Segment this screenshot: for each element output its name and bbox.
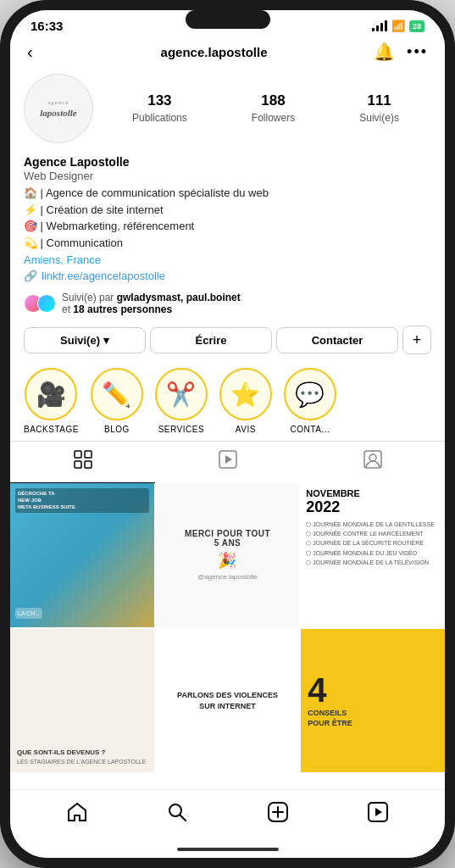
highlight-backstage[interactable]: 🎥 BACKSTAGE [24, 368, 79, 434]
stat-followers: 188 Followers [252, 92, 295, 125]
content-scroll[interactable]: agence lapostolle 133 Publications 188 F… [10, 67, 445, 789]
highlight-label-backstage: BACKSTAGE [24, 425, 79, 434]
followed-avatars [24, 294, 56, 313]
status-icons: 📶 28 [372, 19, 424, 32]
highlight-label-contact: CONTA... [291, 425, 330, 434]
follow-button-label: Suivi(e) [60, 334, 100, 347]
grid-item-3[interactable]: NOVEMBRE 2022 ⬡ JOURNÉE MONDIALE DE LA G… [301, 483, 445, 627]
party-emoji: 🎉 [218, 551, 236, 570]
posts-grid: DÉCROCHE TANEW JOBMETA BUSINESS SUITE LA… [10, 483, 445, 772]
grid-item-3-year: 2022 [306, 498, 440, 516]
notification-bell-icon[interactable]: 🔔 [374, 42, 395, 62]
link-icon: 🔗 [24, 270, 37, 282]
content-tabs [10, 441, 445, 483]
svg-marker-5 [225, 455, 232, 464]
stats-row: 133 Publications 188 Followers 111 Suivi… [100, 92, 431, 125]
signal-bars [372, 20, 387, 31]
tab-reels[interactable] [155, 442, 300, 483]
grid-item-2-handle: @agence.lapostolle [197, 573, 257, 581]
bio-line-1: 🏠 | Agence de communication spécialiste … [24, 185, 431, 202]
create-nav-button[interactable] [259, 797, 297, 827]
svg-rect-0 [75, 451, 81, 458]
publications-label: Publications [132, 112, 187, 124]
profile-subtitle: Web Designer [24, 170, 431, 182]
home-nav-button[interactable] [58, 797, 96, 827]
nav-right: 🔔 ••• [374, 42, 428, 62]
grid-icon [74, 450, 92, 474]
highlight-services[interactable]: ✂️ SERVICES [155, 368, 208, 434]
message-button[interactable]: Écrire [150, 327, 272, 353]
followed-by: Suivi(e) par gwladysmast, paul.boinetet … [10, 287, 445, 320]
profile-header: agence lapostolle 133 Publications 188 F… [10, 67, 445, 155]
grid-item-3-month: NOVEMBRE [306, 488, 440, 498]
wifi-icon: 📶 [391, 19, 405, 32]
grid-item-6[interactable]: 4 CONSEILSPOUR ÊTRE [301, 629, 445, 773]
svg-rect-2 [75, 461, 81, 468]
highlight-blog[interactable]: ✏️ BLOG [91, 368, 143, 434]
highlight-circle-contact: 💬 [284, 368, 336, 420]
followed-by-text: Suivi(e) par gwladysmast, paul.boinetet … [62, 292, 241, 315]
bio-section: Agence Lapostolle Web Designer 🏠 | Agenc… [10, 155, 445, 287]
bio-location: Amiens, France [24, 253, 431, 266]
following-label: Suivi(e)s [359, 112, 399, 124]
avatar: agence lapostolle [24, 74, 93, 143]
home-bar [177, 848, 279, 851]
profile-name: Agence Lapostolle [24, 155, 431, 169]
search-nav-button[interactable] [158, 797, 196, 827]
profile-username: agence.lapostolle [161, 45, 268, 59]
home-indicator [10, 841, 445, 858]
bio-line-3: 🎯 | Webmarketing, référencement [24, 218, 431, 235]
followers-count: 188 [252, 92, 295, 109]
tab-tagged[interactable] [300, 442, 445, 483]
stat-publications: 133 Publications [132, 92, 187, 125]
grid-item-2-title: MERCI POUR TOUT5 ANS [185, 529, 270, 548]
contact-button[interactable]: Contacter [276, 327, 398, 353]
publications-count: 133 [132, 92, 187, 109]
highlight-circle-avis: ⭐ [219, 368, 272, 420]
highlight-contact[interactable]: 💬 CONTA... [284, 368, 336, 434]
bio-line-2: ⚡ | Création de site internet [24, 202, 431, 219]
highlight-label-blog: BLOG [104, 425, 130, 434]
highlight-circle-backstage: 🎥 [25, 368, 77, 420]
highlight-avis[interactable]: ⭐ AVIS [219, 368, 272, 434]
highlights-row: 🎥 BACKSTAGE ✏️ BLOG ✂️ SERVICES ⭐ AVIS 💬 [10, 363, 445, 441]
battery-badge: 28 [409, 20, 424, 32]
stat-following: 111 Suivi(e)s [359, 92, 399, 125]
grid-item-1[interactable]: DÉCROCHE TANEW JOBMETA BUSINESS SUITE LA… [10, 483, 154, 627]
grid-item-4[interactable]: QUE SONT-ILS DEVENUS ? LES STAGIAIRES DE… [10, 629, 154, 773]
profile-stats-row: agence lapostolle 133 Publications 188 F… [24, 74, 431, 143]
tagged-icon [363, 450, 382, 474]
svg-line-9 [180, 815, 186, 821]
svg-point-7 [369, 454, 376, 461]
status-time: 16:33 [31, 19, 63, 33]
highlight-label-avis: AVIS [236, 425, 256, 434]
follow-button[interactable]: Suivi(e) ▾ [24, 327, 146, 353]
action-buttons: Suivi(e) ▾ Écrire Contacter + [10, 320, 445, 363]
back-button[interactable]: ‹ [27, 42, 54, 62]
bio-link[interactable]: 🔗 linktr.ee/agencelapostolle [24, 270, 431, 282]
bio-link-text[interactable]: linktr.ee/agencelapostolle [42, 270, 165, 282]
nav-bar: ‹ agence.lapostolle 🔔 ••• [10, 36, 445, 67]
follower-avatar-2 [37, 294, 56, 313]
phone-screen: 16:33 📶 28 ‹ agence.lapostolle 🔔 ••• [10, 10, 445, 858]
phone-frame: 16:33 📶 28 ‹ agence.lapostolle 🔔 ••• [0, 0, 455, 868]
highlight-circle-blog: ✏️ [91, 368, 143, 420]
highlight-circle-services: ✂️ [155, 368, 208, 420]
tab-grid[interactable] [10, 442, 155, 483]
following-count: 111 [359, 92, 399, 109]
highlight-label-services: SERVICES [158, 425, 204, 434]
svg-rect-1 [85, 451, 92, 458]
svg-rect-3 [85, 461, 92, 468]
reels-nav-button[interactable] [359, 797, 397, 827]
bio-line-4: 💫 | Communication [24, 235, 431, 252]
svg-marker-14 [375, 808, 382, 816]
reels-tab-icon [219, 450, 237, 474]
chevron-down-icon: ▾ [103, 334, 109, 347]
grid-item-2[interactable]: MERCI POUR TOUT5 ANS 🎉 @agence.lapostoll… [156, 483, 300, 627]
followers-label: Followers [252, 112, 295, 124]
grid-item-5[interactable]: PARLONS DES VIOLENCESSUR INTERNET [156, 629, 300, 773]
bottom-nav [10, 789, 445, 841]
notch [186, 10, 270, 29]
more-options-icon[interactable]: ••• [407, 43, 428, 61]
add-friend-button[interactable]: + [402, 326, 431, 354]
